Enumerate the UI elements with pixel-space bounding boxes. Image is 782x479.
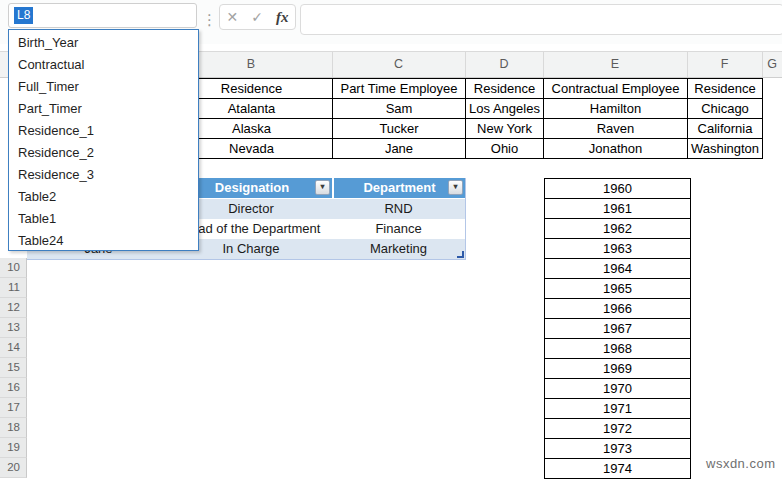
formula-bar-input[interactable]	[300, 4, 782, 35]
row-header[interactable]: 16	[0, 378, 27, 398]
cell[interactable]: Los Angeles	[466, 99, 544, 119]
years-column: 1960196119621963196419651966196719681969…	[544, 178, 691, 479]
formula-controls: ✕ ✓ fx	[219, 4, 296, 30]
row-header[interactable]: 20	[0, 458, 27, 478]
row-header[interactable]: 19	[0, 438, 27, 458]
row-header[interactable]: 15	[0, 358, 27, 378]
cell[interactable]: Ohio	[466, 139, 544, 159]
cell[interactable]: RND	[332, 199, 465, 219]
row-header[interactable]: 18	[0, 418, 27, 438]
named-range-item[interactable]: Residence_2	[9, 142, 198, 164]
row-header[interactable]: 12	[0, 298, 27, 318]
excel-window: L8 ⋮ ✕ ✓ fx B C D E F G 1011121314151617…	[0, 0, 782, 479]
column-header-e[interactable]: E	[543, 51, 687, 78]
cell[interactable]: Washington	[688, 139, 763, 159]
column-header-d[interactable]: D	[465, 51, 543, 78]
year-cell[interactable]: 1967	[545, 319, 690, 339]
year-cell[interactable]: 1969	[545, 359, 690, 379]
cancel-icon[interactable]: ✕	[227, 9, 239, 25]
row-header[interactable]: 11	[0, 278, 27, 298]
name-box-value[interactable]: L8	[14, 7, 33, 24]
named-range-item[interactable]: Table2	[9, 186, 198, 208]
named-range-item[interactable]: Part_Timer	[9, 98, 198, 120]
year-cell[interactable]: 1962	[545, 219, 690, 239]
cell[interactable]: Residence	[688, 79, 763, 99]
table-resize-handle[interactable]	[457, 251, 464, 258]
year-cell[interactable]: 1968	[545, 339, 690, 359]
cell[interactable]: Tucker	[333, 119, 466, 139]
enter-icon[interactable]: ✓	[251, 9, 263, 25]
table-row: Nevada Jane Ohio Jonathon Washington	[171, 139, 763, 159]
table-row: Residence Part Time Employee Residence C…	[171, 79, 763, 99]
employee-table: Residence Part Time Employee Residence C…	[170, 78, 763, 159]
named-range-item[interactable]: Residence_1	[9, 120, 198, 142]
separator-dots-icon: ⋮	[202, 12, 217, 27]
cell[interactable]: Contractual Employee	[544, 79, 688, 99]
filter-dropdown-icon[interactable]: ▾	[448, 180, 463, 195]
row-header[interactable]: 13	[0, 318, 27, 338]
name-box-dropdown: Birth_YearContractualFull_TimerPart_Time…	[8, 29, 199, 251]
cell[interactable]: Jonathon	[544, 139, 688, 159]
named-range-item[interactable]: Contractual	[9, 54, 198, 76]
cell[interactable]: Residence	[466, 79, 544, 99]
row-headers: 1011121314151617181920	[0, 258, 27, 478]
insert-function-icon[interactable]: fx	[276, 9, 289, 26]
watermark-text: wsxdn.com	[706, 456, 776, 471]
year-cell[interactable]: 1966	[545, 299, 690, 319]
year-cell[interactable]: 1974	[545, 459, 690, 479]
row-header[interactable]: 14	[0, 338, 27, 358]
cell[interactable]: Jane	[333, 139, 466, 159]
named-range-item[interactable]: Full_Timer	[9, 76, 198, 98]
cell[interactable]: Sam	[333, 99, 466, 119]
cell[interactable]: Hamilton	[544, 99, 688, 119]
cell[interactable]: New York	[466, 119, 544, 139]
cell[interactable]: Chicago	[688, 99, 763, 119]
cell[interactable]: California	[688, 119, 763, 139]
table-row: Alaska Tucker New York Raven California	[171, 119, 763, 139]
year-cell[interactable]: 1971	[545, 399, 690, 419]
department-header-cell[interactable]: Department ▾	[332, 178, 465, 198]
name-box[interactable]: L8	[8, 3, 197, 28]
cell[interactable]: Part Time Employee	[333, 79, 466, 99]
named-range-item[interactable]: Table24	[9, 230, 198, 252]
column-header-f[interactable]: F	[687, 51, 762, 78]
designation-header-label: Designation	[215, 180, 289, 195]
year-cell[interactable]: 1964	[545, 259, 690, 279]
named-range-item[interactable]: Table1	[9, 208, 198, 230]
table-row: Atalanta Sam Los Angeles Hamilton Chicag…	[171, 99, 763, 119]
row-header[interactable]: 17	[0, 398, 27, 418]
named-range-item[interactable]: Residence_3	[9, 164, 198, 186]
year-cell[interactable]: 1965	[545, 279, 690, 299]
year-cell[interactable]: 1973	[545, 439, 690, 459]
cell[interactable]: Raven	[544, 119, 688, 139]
column-header-c[interactable]: C	[332, 51, 465, 78]
year-cell[interactable]: 1972	[545, 419, 690, 439]
year-cell[interactable]: 1961	[545, 199, 690, 219]
named-range-item[interactable]: Birth_Year	[9, 32, 198, 54]
filter-dropdown-icon[interactable]: ▾	[315, 180, 330, 195]
year-cell[interactable]: 1960	[545, 179, 690, 199]
cell[interactable]: Marketing	[332, 239, 465, 259]
row-header[interactable]: 10	[0, 258, 27, 278]
column-header-g[interactable]: G	[762, 51, 782, 78]
year-cell[interactable]: 1970	[545, 379, 690, 399]
department-header-label: Department	[363, 180, 435, 195]
year-cell[interactable]: 1963	[545, 239, 690, 259]
cell[interactable]: Finance	[332, 219, 465, 239]
